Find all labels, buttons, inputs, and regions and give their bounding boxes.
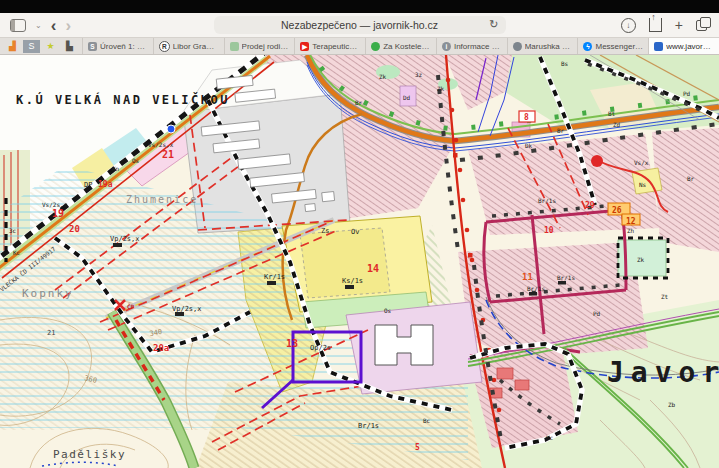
tab-label: Prodej rodinn… <box>242 42 290 51</box>
forward-button[interactable]: › <box>65 17 71 34</box>
map-label: Kc <box>13 249 21 256</box>
browser-tab-9[interactable]: www.javornik… <box>648 38 719 54</box>
map-label: K.Ú VELKÁ NAD VELIČKOU <box>16 92 230 107</box>
map-label: DP <box>84 181 92 189</box>
map-label: Zk <box>637 256 645 263</box>
map-label: Zh <box>627 227 635 234</box>
map-label: Kr/1s <box>264 273 285 281</box>
map-label: Ov <box>351 228 359 236</box>
browser-tab-3[interactable]: Prodej rodinn… <box>224 38 295 54</box>
map-label: 5 <box>415 443 420 452</box>
browser-toolbar: ⌄ ‹ › Nezabezpečeno — javornik-ho.cz ↻ ↓… <box>0 13 719 38</box>
map-label: Br <box>687 175 695 182</box>
map-label: Kn <box>112 165 120 172</box>
map-label: Br <box>557 127 565 134</box>
map-label: Kopnky <box>22 287 74 300</box>
map-label: Ns <box>639 181 647 188</box>
tab-label: www.javornik… <box>666 42 714 51</box>
new-tab-button[interactable]: + <box>675 18 683 32</box>
window-top-strip <box>0 0 719 13</box>
map-label: Op/2s <box>310 344 331 352</box>
map-label: ČP <box>127 303 135 310</box>
tab-label: Libor Grabec… <box>173 42 219 51</box>
map-label: 3z <box>415 71 423 78</box>
tab-favicon: i <box>442 42 451 51</box>
share-icon[interactable]: ↑ <box>649 18 662 32</box>
tab-favicon <box>230 42 239 51</box>
download-icon[interactable]: ↓ <box>621 18 636 33</box>
back-button[interactable]: ‹ <box>51 17 57 34</box>
map-label: Os <box>384 307 392 314</box>
pinned-tab-chart[interactable]: ▟ <box>4 40 21 53</box>
map-label: Bc <box>423 417 431 424</box>
map-label: Vs/x <box>634 159 649 166</box>
zoning-map-canvas[interactable]: K.Ú VELKÁ NAD VELIČKOUJavorníkZhumeniceK… <box>0 55 719 468</box>
tab-favicon <box>513 42 522 51</box>
tab-favicon: S <box>88 42 97 51</box>
sidebar-icon[interactable] <box>10 19 26 32</box>
map-label: Br/1s <box>358 422 379 430</box>
map-label: Os <box>132 157 140 164</box>
map-label: 10 <box>544 226 554 235</box>
map-label: 8 <box>524 113 529 122</box>
map-label: Dd <box>403 94 411 101</box>
tab-label: Messenger |… <box>595 42 643 51</box>
map-label: Zd <box>613 121 621 128</box>
map-label: 29 <box>585 201 595 210</box>
tab-overview-icon[interactable] <box>696 20 707 31</box>
map-label: Zk <box>379 73 387 80</box>
pinned-tabs: ▟S★▙ <box>0 38 82 54</box>
tab-label: Za Kostelem… <box>383 42 431 51</box>
tab-label: Marushka - 0… <box>525 42 573 51</box>
tab-favicon: ▶ <box>300 42 309 51</box>
map-label: 3c <box>9 227 17 234</box>
browser-tab-2[interactable]: RLibor Grabec… <box>153 38 224 54</box>
map-label: Vs/2s,x <box>148 141 174 148</box>
browser-tab-1[interactable]: SÚroveň 1: Přt… <box>82 38 153 54</box>
browser-tab-6[interactable]: iInformace o… <box>436 38 507 54</box>
map-label: 12 <box>626 217 636 226</box>
map-label: Bt <box>608 110 616 117</box>
map-label: Dk <box>525 142 533 149</box>
tabs-strip: SÚroveň 1: Přt…RLibor Grabec…Prodej rodi… <box>82 38 719 54</box>
map-label: Pd <box>683 90 691 97</box>
reload-icon[interactable]: ↻ <box>489 18 498 31</box>
map-label: 14 <box>367 263 379 274</box>
map-label: 19 <box>52 208 64 219</box>
browser-tab-5[interactable]: Za Kostelem… <box>365 38 436 54</box>
map-label: 21 <box>162 149 174 160</box>
browser-tab-8[interactable]: ϟMessenger |… <box>577 38 648 54</box>
pinned-tab-s-app[interactable]: S <box>23 40 40 53</box>
civic-zone-os <box>346 302 482 394</box>
tab-favicon <box>371 42 380 51</box>
red-node-marker <box>591 155 603 167</box>
tab-label: Úroveň 1: Přt… <box>100 42 148 51</box>
map-label: 20 <box>69 224 80 234</box>
map-label: Javorník <box>607 356 719 389</box>
map-label: Br/1s <box>527 285 545 292</box>
tab-favicon <box>654 42 663 51</box>
tab-label: Terapeutická… <box>312 42 360 51</box>
map-label: Ks/1s <box>342 277 363 285</box>
browser-tab-4[interactable]: ▶Terapeutická… <box>294 38 365 54</box>
map-label: Pd <box>593 310 601 317</box>
map-label: 11 <box>522 272 533 282</box>
map-label: Bs <box>561 60 569 67</box>
blue-point-marker <box>167 125 175 133</box>
browser-tab-7[interactable]: Marushka - 0… <box>507 38 578 54</box>
pinned-tab-star[interactable]: ★ <box>42 40 59 53</box>
tab-favicon: ϟ <box>583 42 592 51</box>
tab-favicon: R <box>159 41 170 52</box>
map-label: 26 <box>612 206 622 215</box>
map-label: 19a <box>98 180 113 189</box>
address-bar[interactable]: Nezabezpečeno — javornik-ho.cz ↻ <box>214 16 506 34</box>
map-label: Br/1s <box>538 197 556 204</box>
pinned-tab-tools[interactable]: ▙ <box>61 40 78 53</box>
tab-bar: ▟S★▙ SÚroveň 1: Přt…RLibor Grabec…Prodej… <box>0 38 719 55</box>
map-label: Vs/2s,x <box>42 201 68 208</box>
map-label: Zt <box>661 293 669 300</box>
tab-label: Informace o… <box>454 42 502 51</box>
map-viewport[interactable]: K.Ú VELKÁ NAD VELIČKOUJavorníkZhumeniceK… <box>0 55 719 468</box>
map-label: Zs <box>321 227 329 235</box>
chevron-down-icon[interactable]: ⌄ <box>35 21 42 30</box>
